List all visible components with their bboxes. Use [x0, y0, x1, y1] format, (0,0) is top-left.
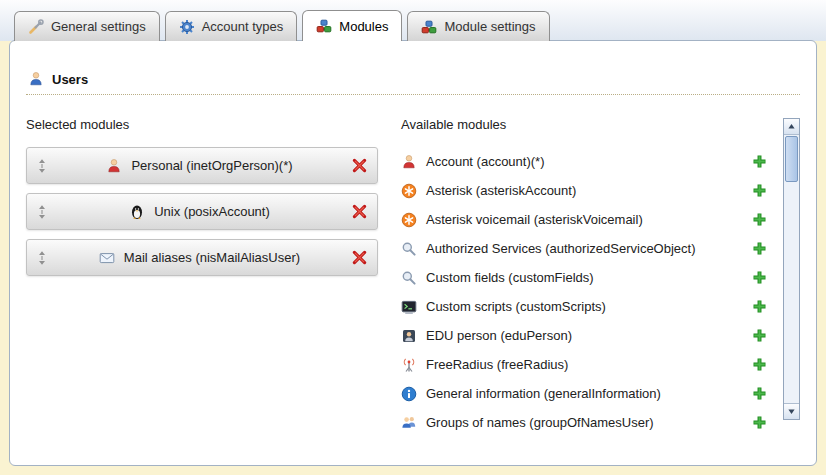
info-icon	[401, 386, 417, 402]
add-module-button[interactable]	[752, 299, 767, 314]
available-module-label: General information (generalInformation)	[426, 386, 743, 401]
lam-config-page: General settings Account types Modules M…	[0, 0, 826, 475]
available-modules-list: Available modules Account (account)(*) A…	[401, 117, 777, 437]
available-modules-heading: Available modules	[401, 117, 773, 132]
remove-module-button[interactable]	[351, 157, 368, 174]
module-columns: Selected modules Personal (inetOrgPerson…	[10, 117, 816, 437]
person-icon	[106, 158, 122, 174]
available-module-row: Account (account)(*)	[401, 147, 773, 176]
available-modules-column: Available modules Account (account)(*) A…	[401, 117, 800, 437]
envelope-icon	[99, 250, 115, 266]
asterisk-icon	[401, 183, 417, 199]
add-module-button[interactable]	[752, 270, 767, 285]
modules-icon	[316, 18, 332, 34]
available-module-row: Asterisk voicemail (asteriskVoicemail)	[401, 205, 773, 234]
magnifier-icon	[401, 270, 417, 286]
tab-bar: General settings Account types Modules M…	[14, 10, 550, 41]
drag-handle-icon[interactable]	[36, 158, 48, 174]
selected-module-label: Personal (inetOrgPerson)(*)	[131, 158, 292, 173]
selected-modules-heading: Selected modules	[26, 117, 401, 132]
tab-label: Account types	[202, 19, 284, 34]
available-module-label: Custom fields (customFields)	[426, 270, 743, 285]
add-module-button[interactable]	[752, 241, 767, 256]
selected-module-label: Unix (posixAccount)	[154, 204, 270, 219]
add-module-button[interactable]	[752, 183, 767, 198]
terminal-icon	[401, 299, 417, 315]
modules-icon	[421, 19, 437, 35]
penguin-icon	[129, 204, 145, 220]
antenna-icon	[401, 357, 417, 373]
person-icon	[401, 154, 417, 170]
add-module-button[interactable]	[752, 154, 767, 169]
tab-modules[interactable]: Modules	[302, 10, 402, 41]
drag-handle-icon[interactable]	[36, 204, 48, 220]
drag-handle-icon[interactable]	[36, 250, 48, 266]
content-panel: Users Selected modules Personal (inetOrg…	[9, 40, 817, 466]
selected-module-row[interactable]: Personal (inetOrgPerson)(*)	[26, 147, 378, 184]
remove-module-button[interactable]	[351, 249, 368, 266]
user-icon	[28, 71, 44, 87]
available-module-row: Custom fields (customFields)	[401, 263, 773, 292]
available-module-label: EDU person (eduPerson)	[426, 328, 743, 343]
add-module-button[interactable]	[752, 212, 767, 227]
section-heading: Users	[28, 71, 798, 87]
available-module-label: Account (account)(*)	[426, 154, 743, 169]
available-module-label: FreeRadius (freeRadius)	[426, 357, 743, 372]
dotted-separator	[26, 94, 800, 95]
available-module-row: Groups of names (groupOfNamesUser)	[401, 408, 773, 437]
group-icon	[401, 415, 417, 431]
tab-label: Module settings	[444, 19, 535, 34]
magnifier-icon	[401, 241, 417, 257]
scrollbar[interactable]	[783, 118, 800, 420]
tab-label: General settings	[51, 19, 146, 34]
selected-modules-column: Selected modules Personal (inetOrgPerson…	[26, 117, 401, 437]
available-module-row: General information (generalInformation)	[401, 379, 773, 408]
tab-module-settings[interactable]: Module settings	[407, 11, 549, 41]
add-module-button[interactable]	[752, 386, 767, 401]
add-module-button[interactable]	[752, 357, 767, 372]
available-module-label: Groups of names (groupOfNamesUser)	[426, 415, 743, 430]
scroll-up-button[interactable]	[784, 119, 799, 135]
available-module-label: Custom scripts (customScripts)	[426, 299, 743, 314]
remove-module-button[interactable]	[351, 203, 368, 220]
selected-module-label: Mail aliases (nisMailAliasUser)	[124, 250, 300, 265]
scrollbar-track[interactable]	[784, 183, 799, 403]
edu-person-icon	[401, 328, 417, 344]
asterisk-icon	[401, 212, 417, 228]
tab-general-settings[interactable]: General settings	[14, 11, 160, 41]
scrollbar-thumb[interactable]	[785, 136, 798, 182]
add-module-button[interactable]	[752, 415, 767, 430]
selected-module-info: Unix (posixAccount)	[48, 204, 351, 220]
tools-icon	[28, 19, 44, 35]
selected-module-row[interactable]: Unix (posixAccount)	[26, 193, 378, 230]
available-module-label: Asterisk (asteriskAccount)	[426, 183, 743, 198]
selected-module-info: Mail aliases (nisMailAliasUser)	[48, 250, 351, 266]
available-module-row: FreeRadius (freeRadius)	[401, 350, 773, 379]
available-module-row: EDU person (eduPerson)	[401, 321, 773, 350]
selected-module-row[interactable]: Mail aliases (nisMailAliasUser)	[26, 239, 378, 276]
available-module-label: Authorized Services (authorizedServiceOb…	[426, 241, 743, 256]
section-title: Users	[52, 72, 88, 87]
selected-module-info: Personal (inetOrgPerson)(*)	[48, 158, 351, 174]
tab-account-types[interactable]: Account types	[165, 11, 298, 41]
available-module-row: Asterisk (asteriskAccount)	[401, 176, 773, 205]
available-module-row: Authorized Services (authorizedServiceOb…	[401, 234, 773, 263]
gear-icon	[179, 19, 195, 35]
scroll-down-button[interactable]	[784, 403, 799, 419]
add-module-button[interactable]	[752, 328, 767, 343]
available-module-row: Custom scripts (customScripts)	[401, 292, 773, 321]
available-module-label: Asterisk voicemail (asteriskVoicemail)	[426, 212, 743, 227]
tab-label: Modules	[339, 19, 388, 34]
